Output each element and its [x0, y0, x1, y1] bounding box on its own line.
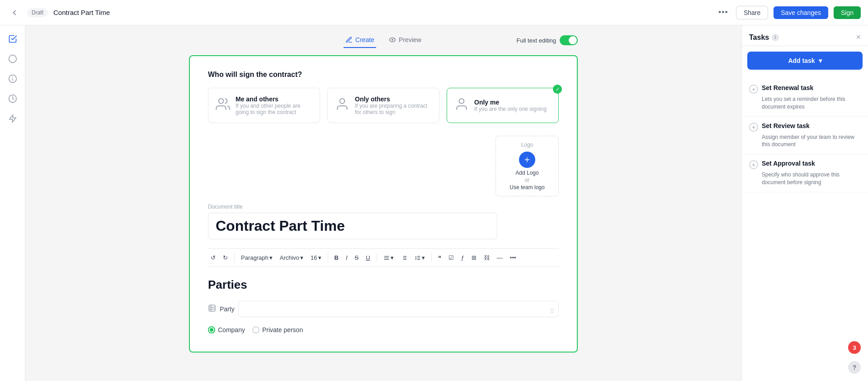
drag-handle[interactable]: ⠿	[550, 308, 554, 315]
task-renewal-desc: Lets you set a reminder before this docu…	[749, 95, 861, 111]
parties-section: ⠿ Parties Party	[208, 278, 559, 337]
sign-option-title-only-me: Only me	[474, 99, 547, 106]
selected-check-icon: ✓	[553, 85, 562, 94]
bold-button[interactable]: B	[332, 252, 341, 263]
divider-button[interactable]: —	[494, 252, 505, 263]
radio-company[interactable]: Company	[208, 326, 245, 333]
sidebar-icon-info[interactable]	[5, 71, 21, 87]
undo-button[interactable]: ↺	[208, 252, 218, 263]
sidebar-icon-tasks[interactable]	[5, 31, 21, 47]
checkbox-button[interactable]: ☑	[446, 252, 457, 263]
radio-private[interactable]: Private person	[252, 326, 303, 333]
redo-button[interactable]: ↻	[220, 252, 231, 263]
font-dropdown[interactable]: Archivo ▾	[277, 252, 306, 263]
more-toolbar-button[interactable]: •••	[507, 252, 519, 263]
task-list: + Set Renewal task Lets you set a remind…	[742, 75, 868, 381]
sign-button[interactable]: Sign	[834, 6, 861, 19]
doc-title-label: Document title	[208, 204, 559, 210]
task-add-icon-approval[interactable]: +	[749, 160, 758, 169]
size-dropdown[interactable]: 16 ▾	[308, 252, 324, 263]
align-dropdown[interactable]: ▾	[381, 252, 396, 263]
sign-option-only-others[interactable]: Only others If you are preparing a contr…	[327, 88, 439, 123]
task-item-header-renewal: + Set Renewal task	[749, 84, 861, 94]
sign-option-icon-me-others	[216, 97, 230, 114]
share-button[interactable]: Share	[736, 6, 768, 19]
task-add-icon-review[interactable]: +	[749, 123, 758, 132]
sign-option-desc-me-others: If you and other people are going to sig…	[236, 103, 312, 115]
tabs-bar: Create Preview Full text editing	[189, 33, 578, 48]
list-button[interactable]	[398, 253, 410, 263]
topbar: Draft Contract Part Time ••• Share Save …	[0, 0, 868, 25]
editor-toolbar: ↺ ↻ Paragraph ▾ Archivo ▾ 16 ▾ B I S U	[208, 248, 559, 267]
full-text-toggle[interactable]	[560, 35, 578, 45]
main-layout: Create Preview Full text editing Who wil…	[0, 25, 868, 381]
sign-options: Me and others If you and other people ar…	[208, 88, 559, 123]
sign-option-only-me[interactable]: ✓ Only me If you are the only one signin…	[447, 88, 559, 123]
quote-button[interactable]: ❝	[435, 252, 444, 263]
left-sidebar	[0, 25, 25, 381]
table-button[interactable]: ⊞	[469, 252, 479, 263]
doc-title-input[interactable]	[208, 213, 497, 239]
ordered-list-button[interactable]: ▾	[412, 252, 428, 263]
strikethrough-button[interactable]: S	[352, 252, 362, 263]
svg-marker-5	[9, 115, 16, 123]
task-add-icon-renewal[interactable]: +	[749, 85, 758, 94]
svg-rect-24	[209, 305, 215, 311]
task-item-header-approval: + Set Approval task	[749, 160, 861, 169]
toolbar-divider-4	[431, 253, 432, 262]
panel-title-row: Tasks i	[749, 33, 779, 42]
sign-option-icon-only-me	[454, 97, 469, 114]
logo-area: Logo Add Logo or Use team logo	[208, 136, 559, 196]
link-button[interactable]: ⛓	[481, 252, 492, 263]
svg-point-6	[392, 39, 393, 41]
content-area: Create Preview Full text editing Who wil…	[25, 25, 741, 381]
task-item-review: + Set Review task Assign member of your …	[742, 117, 868, 155]
svg-point-7	[219, 99, 224, 104]
right-panel: Tasks i × Add task ▾ + Set Renewal task …	[741, 25, 868, 381]
sign-option-icon-only-others	[335, 97, 349, 114]
italic-button[interactable]: I	[343, 252, 350, 263]
more-options-button[interactable]: •••	[716, 5, 731, 20]
back-button[interactable]	[7, 5, 22, 20]
svg-point-9	[459, 99, 464, 104]
sidebar-icon-lightning[interactable]	[5, 110, 21, 127]
task-review-desc: Assign member of your team to review thi…	[749, 133, 861, 149]
task-review-title: Set Review task	[762, 122, 810, 129]
logo-use-team: Use team logo	[507, 184, 547, 190]
sign-option-title-only-others: Only others	[355, 95, 432, 103]
full-text-toggle-area: Full text editing	[517, 35, 578, 45]
logo-upload-button[interactable]	[519, 152, 535, 168]
document-title-header: Contract Part Time	[53, 9, 110, 16]
radio-company-dot	[210, 328, 213, 332]
paragraph-dropdown[interactable]: Paragraph ▾	[238, 252, 275, 263]
party-label: Party	[220, 305, 235, 313]
logo-box: Logo Add Logo or Use team logo	[495, 136, 559, 196]
logo-placeholder: Logo	[507, 142, 547, 148]
underline-button[interactable]: U	[363, 252, 373, 263]
svg-point-8	[340, 99, 345, 104]
panel-close-button[interactable]: ×	[856, 33, 861, 42]
party-input-area[interactable]	[238, 301, 559, 317]
panel-info-icon[interactable]: i	[772, 34, 779, 41]
party-icon	[208, 304, 216, 314]
document-card: Who will sign the contract? Me and other…	[189, 55, 578, 352]
sidebar-icon-circle[interactable]	[5, 51, 21, 67]
sidebar-icon-clock[interactable]	[5, 90, 21, 107]
toolbar-divider-2	[328, 253, 328, 262]
toolbar-divider-3	[377, 253, 377, 262]
logo-add-text: Add Logo	[507, 170, 547, 176]
save-changes-button[interactable]: Save changes	[774, 6, 828, 19]
task-renewal-title: Set Renewal task	[762, 84, 813, 91]
sign-option-me-and-others[interactable]: Me and others If you and other people ar…	[208, 88, 320, 123]
draft-badge: Draft	[27, 8, 48, 17]
parties-heading: Parties	[208, 278, 559, 292]
party-row: Party	[208, 301, 559, 317]
radio-group: Company Private person	[208, 323, 559, 337]
help-button[interactable]: ?	[848, 361, 861, 374]
formula-button[interactable]: ƒ	[458, 252, 467, 263]
notification-badge[interactable]: 3	[848, 341, 861, 354]
tab-preview[interactable]: Preview	[387, 33, 423, 48]
task-item-approval: + Set Approval task Specify who should a…	[742, 154, 868, 192]
tab-create[interactable]: Create	[344, 33, 376, 48]
add-task-button[interactable]: Add task ▾	[747, 52, 863, 70]
